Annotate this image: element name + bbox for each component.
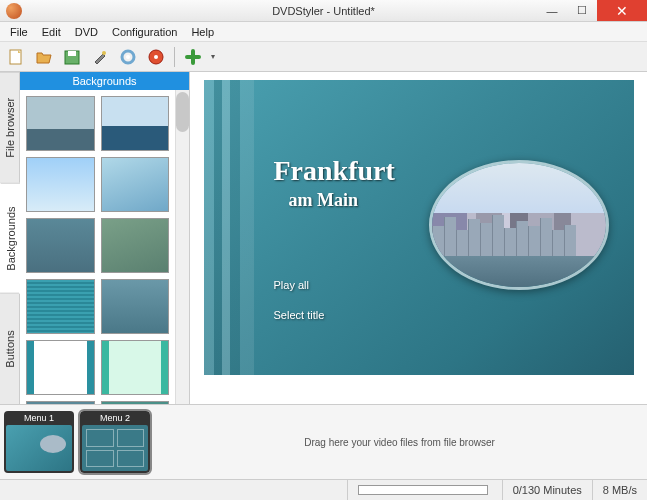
background-thumb[interactable] — [101, 218, 170, 273]
settings-button[interactable] — [116, 45, 140, 69]
statusbar: 0/130 Minutes 8 MB/s — [0, 480, 647, 500]
background-thumb[interactable] — [26, 401, 95, 404]
thumbnail-grid — [20, 90, 175, 404]
menu-dvd[interactable]: DVD — [69, 24, 104, 40]
menu-image-frame[interactable] — [429, 160, 609, 290]
svg-point-3 — [102, 51, 106, 55]
main-area: File browser Backgrounds Buttons Backgro… — [0, 72, 647, 405]
menu-edit[interactable]: Edit — [36, 24, 67, 40]
status-duration: 0/130 Minutes — [502, 480, 592, 500]
tab-buttons[interactable]: Buttons — [0, 293, 19, 404]
svg-point-5 — [126, 55, 130, 59]
tab-backgrounds[interactable]: Backgrounds — [0, 183, 20, 294]
wizard-button[interactable] — [88, 45, 112, 69]
menu-decoration — [204, 80, 274, 375]
tab-file-browser[interactable]: File browser — [0, 72, 19, 183]
status-bitrate: 8 MB/s — [592, 480, 647, 500]
toolbar: ▾ — [0, 42, 647, 72]
background-thumb[interactable] — [101, 96, 170, 151]
timeline-menu1[interactable]: Menu 1 — [4, 411, 74, 473]
minimize-button[interactable]: — — [537, 0, 567, 21]
browser-panel: Backgrounds — [20, 72, 190, 404]
background-thumb[interactable] — [26, 218, 95, 273]
app-icon — [6, 3, 22, 19]
background-thumb[interactable] — [101, 401, 170, 404]
svg-point-7 — [154, 55, 158, 59]
browser-header: Backgrounds — [20, 72, 189, 90]
timeline-menu2[interactable]: Menu 2 — [80, 411, 150, 473]
new-button[interactable] — [4, 45, 28, 69]
svg-rect-2 — [68, 51, 76, 56]
burn-button[interactable] — [144, 45, 168, 69]
add-button[interactable] — [181, 45, 205, 69]
progress-bar — [358, 485, 488, 495]
window-title: DVDStyler - Untitled* — [272, 5, 375, 17]
preview-panel: Frankfurt am Main Play all Select title — [190, 72, 647, 404]
save-button[interactable] — [60, 45, 84, 69]
timeline-panel[interactable]: Menu 1 Menu 2 Drag here your video files… — [0, 405, 647, 480]
menu-item-play-all[interactable]: Play all — [274, 270, 325, 300]
menu-items: Play all Select title — [274, 270, 325, 330]
background-thumb[interactable] — [26, 279, 95, 334]
scrollbar[interactable] — [175, 90, 189, 404]
drag-hint: Drag here your video files from file bro… — [156, 437, 643, 448]
background-thumb[interactable] — [101, 279, 170, 334]
menu-configuration[interactable]: Configuration — [106, 24, 183, 40]
background-thumb[interactable] — [26, 96, 95, 151]
window-controls: — ☐ ✕ — [537, 0, 647, 21]
side-tabs: File browser Backgrounds Buttons — [0, 72, 20, 404]
menu-thumb-preview — [6, 425, 72, 471]
titlebar: DVDStyler - Untitled* — ☐ ✕ — [0, 0, 647, 22]
menu-thumb-label: Menu 1 — [6, 413, 72, 425]
menu-file[interactable]: File — [4, 24, 34, 40]
background-thumb[interactable] — [26, 157, 95, 212]
menu-thumb-preview — [82, 425, 148, 471]
menu-title[interactable]: Frankfurt — [274, 155, 395, 187]
menu-item-select-title[interactable]: Select title — [274, 300, 325, 330]
status-progress — [347, 480, 502, 500]
toolbar-separator — [174, 47, 175, 67]
menu-thumb-label: Menu 2 — [82, 413, 148, 425]
menubar: File Edit DVD Configuration Help — [0, 22, 647, 42]
background-thumb[interactable] — [101, 157, 170, 212]
background-thumb[interactable] — [101, 340, 170, 395]
open-button[interactable] — [32, 45, 56, 69]
background-thumb[interactable] — [26, 340, 95, 395]
menu-help[interactable]: Help — [185, 24, 220, 40]
close-button[interactable]: ✕ — [597, 0, 647, 21]
dvd-menu-canvas[interactable]: Frankfurt am Main Play all Select title — [204, 80, 634, 375]
menu-subtitle[interactable]: am Main — [289, 190, 359, 211]
maximize-button[interactable]: ☐ — [567, 0, 597, 21]
add-dropdown[interactable]: ▾ — [209, 52, 217, 61]
